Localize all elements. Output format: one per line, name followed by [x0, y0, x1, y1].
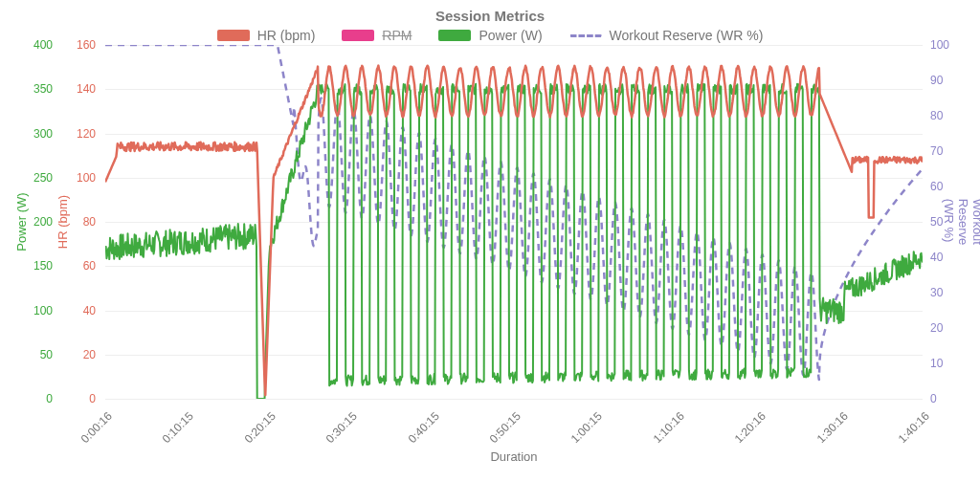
- axis-tick-label: 350: [33, 82, 53, 96]
- axis-tick-label: 0:20:15: [241, 409, 278, 446]
- y-axis-hr-title: HR (bpm): [56, 195, 70, 249]
- axis-tick-label: 80: [930, 109, 943, 122]
- axis-tick-label: 300: [33, 127, 53, 141]
- axis-tick-label: 160: [77, 38, 96, 52]
- axis-tick-label: 30: [930, 286, 943, 299]
- axis-tick-label: 50: [930, 215, 943, 229]
- legend-item-rpm[interactable]: RPM: [342, 28, 412, 43]
- legend-item-wr[interactable]: Workout Reserve (WR %): [569, 28, 764, 43]
- axis-tick-label: 100: [930, 38, 949, 52]
- legend-label: RPM: [382, 28, 412, 43]
- axis-tick-label: 80: [83, 215, 96, 229]
- axis-tick-label: 120: [77, 127, 96, 141]
- axis-tick-label: 1:00:15: [568, 409, 605, 446]
- legend-item-hr[interactable]: HR (bpm): [217, 28, 316, 43]
- axis-tick-label: 90: [930, 74, 943, 87]
- legend-label: Workout Reserve (WR %): [610, 28, 764, 43]
- chart-canvas: [105, 45, 923, 399]
- axis-tick-label: 0:10:15: [160, 409, 196, 446]
- rpm-swatch: [342, 30, 374, 41]
- axis-tick-label: 0:40:15: [405, 409, 441, 446]
- chart-title: Session Metrics: [0, 0, 980, 26]
- axis-tick-label: 10: [930, 357, 943, 370]
- power-swatch: [438, 30, 471, 41]
- axis-tick-label: 0:30:15: [323, 409, 360, 446]
- axis-tick-label: 50: [40, 348, 53, 361]
- axis-tick-label: 60: [83, 259, 96, 273]
- axis-tick-label: 20: [930, 321, 943, 335]
- y-axis-power-title: Power (W): [14, 192, 29, 251]
- legend-label: Power (W): [479, 28, 542, 43]
- x-axis-title: Duration: [490, 449, 537, 464]
- axis-tick-label: 1:40:16: [896, 409, 932, 446]
- axis-tick-label: 1:10:16: [650, 409, 686, 446]
- axis-tick-label: 400: [33, 38, 53, 52]
- axis-tick-label: 0: [89, 392, 96, 405]
- axis-tick-label: 40: [930, 251, 943, 264]
- chart-legend: HR (bpm) RPM Power (W) Workout Reserve (…: [0, 26, 980, 45]
- axis-tick-label: 200: [33, 215, 53, 229]
- session-metrics-chart[interactable]: Power (W) HR (bpm) Workout Reserve (WR %…: [10, 45, 970, 466]
- legend-item-power[interactable]: Power (W): [438, 28, 542, 43]
- axis-tick-label: 0:00:16: [78, 409, 115, 446]
- axis-tick-label: 250: [33, 171, 53, 185]
- axis-tick-label: 150: [33, 259, 53, 273]
- axis-tick-label: 60: [930, 180, 943, 193]
- axis-tick-label: 100: [33, 304, 53, 317]
- axis-tick-label: 140: [77, 82, 96, 96]
- axis-tick-label: 1:20:16: [732, 409, 768, 446]
- axis-tick-label: 0: [930, 392, 937, 405]
- axis-tick-label: 70: [930, 144, 943, 158]
- legend-label: HR (bpm): [257, 28, 316, 43]
- hr-swatch: [217, 30, 250, 41]
- axis-tick-label: 1:30:16: [813, 409, 850, 446]
- axis-tick-label: 20: [83, 348, 96, 361]
- axis-tick-label: 0: [46, 392, 53, 405]
- axis-tick-label: 40: [83, 304, 96, 317]
- y-axis-wr-title: Workout Reserve (WR %): [942, 199, 981, 245]
- axis-tick-label: 100: [77, 171, 96, 185]
- wr-swatch: [569, 34, 602, 37]
- axis-tick-label: 0:50:15: [487, 409, 523, 446]
